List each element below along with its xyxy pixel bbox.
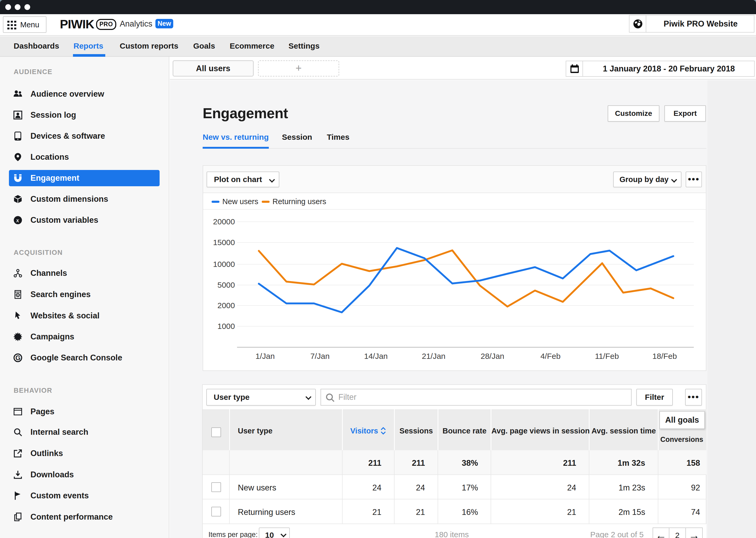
svg-text:15000: 15000 — [213, 238, 235, 247]
svg-text:1000: 1000 — [217, 322, 235, 331]
svg-text:x: x — [16, 217, 19, 224]
svg-text:5000: 5000 — [217, 281, 235, 289]
svg-text:14/Jan: 14/Jan — [364, 352, 388, 360]
svg-text:1/Jan: 1/Jan — [256, 352, 275, 360]
svg-text:18/Feb: 18/Feb — [652, 352, 677, 360]
svg-text:20000: 20000 — [213, 217, 235, 226]
svg-text:7/Jan: 7/Jan — [310, 352, 329, 360]
svg-text:21/Jan: 21/Jan — [422, 352, 446, 360]
svg-text:G: G — [16, 354, 21, 361]
svg-text:28/Jan: 28/Jan — [481, 352, 504, 360]
svg-text:10000: 10000 — [213, 260, 235, 268]
svg-text:11/Feb: 11/Feb — [595, 352, 619, 360]
svg-text:2000: 2000 — [217, 301, 235, 310]
svg-text:4/Feb: 4/Feb — [541, 352, 561, 360]
